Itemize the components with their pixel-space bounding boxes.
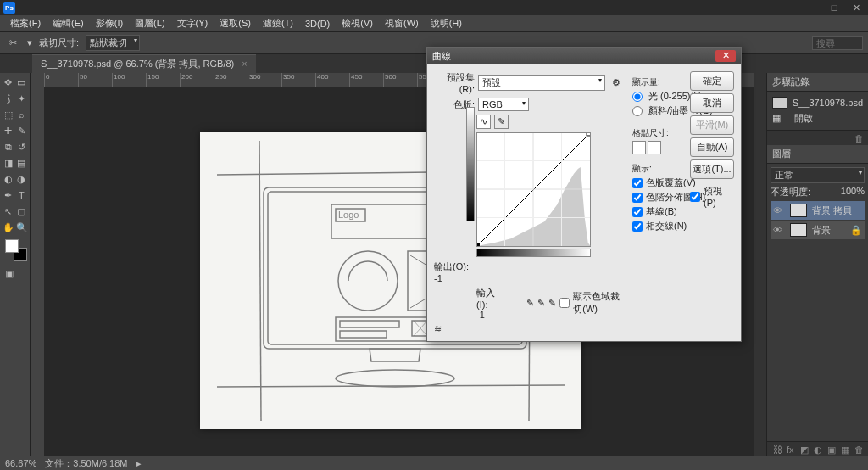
history-brush-tool[interactable]: ↺ xyxy=(16,140,28,154)
grid-small-icon[interactable] xyxy=(632,141,646,154)
dodge-tool[interactable]: ◑ xyxy=(16,172,28,186)
light-radio[interactable] xyxy=(632,92,643,102)
color-swatch[interactable] xyxy=(5,239,27,261)
zoom-tool[interactable]: 🔍 xyxy=(16,221,28,234)
preview-checkbox[interactable] xyxy=(690,192,700,202)
channel-overlay-checkbox[interactable] xyxy=(632,178,643,188)
layer-item[interactable]: 👁 背景 拷貝 xyxy=(771,201,865,220)
menu-filter[interactable]: 濾鏡(T) xyxy=(258,15,298,31)
heal-tool[interactable]: ✚ xyxy=(3,124,14,137)
gradient-tool[interactable]: ▤ xyxy=(16,156,28,170)
search-input[interactable] xyxy=(812,36,863,50)
opacity-value[interactable]: 100% xyxy=(841,186,865,199)
white-point-eyedropper-icon[interactable]: ✎ xyxy=(548,298,556,309)
menu-view[interactable]: 檢視(V) xyxy=(337,15,378,31)
eyedropper-tool[interactable]: ⌕ xyxy=(16,108,28,121)
preset-menu-icon[interactable]: ⚙ xyxy=(609,77,624,88)
move-tool[interactable]: ✥ xyxy=(3,76,14,89)
wand-tool[interactable]: ✦ xyxy=(16,92,28,105)
curve-point-tool-icon[interactable]: ∿ xyxy=(476,115,491,129)
history-panel-header[interactable]: 步驟記錄 xyxy=(767,73,868,92)
grid-large-icon[interactable] xyxy=(648,141,661,154)
gray-point-eyedropper-icon[interactable]: ✎ xyxy=(537,298,545,309)
titlebar: Ps ─ □ ✕ xyxy=(0,0,868,15)
pencil-tool-icon[interactable]: ✎ xyxy=(494,115,509,129)
auto-button[interactable]: 自動(A) xyxy=(690,137,734,157)
menu-layer[interactable]: 圖層(L) xyxy=(130,15,170,31)
adjustment-icon[interactable]: ◐ xyxy=(814,445,824,455)
type-tool[interactable]: T xyxy=(16,188,28,202)
curves-graph[interactable] xyxy=(476,132,591,247)
visibility-icon[interactable]: 👁 xyxy=(773,205,785,215)
crop-tool[interactable]: ⬚ xyxy=(3,108,14,121)
layers-panel-header[interactable]: 圖層 xyxy=(767,145,868,164)
layer-name: 背景 xyxy=(812,224,831,237)
pen-tool[interactable]: ✒ xyxy=(3,188,14,202)
dialog-close-button[interactable]: ✕ xyxy=(715,50,736,62)
crop-tool-icon: ✂ xyxy=(5,36,20,51)
menu-edit[interactable]: 編輯(E) xyxy=(47,15,89,31)
show-clipping-checkbox[interactable] xyxy=(559,298,570,308)
ok-button[interactable]: 確定 xyxy=(690,71,734,91)
crop-size-label: 裁切尺寸: xyxy=(39,36,79,49)
curve-options-icon[interactable]: ≋ xyxy=(434,323,442,334)
right-dock-strip[interactable] xyxy=(754,73,766,456)
stamp-tool[interactable]: ⧉ xyxy=(3,140,14,154)
link-icon[interactable]: ⛓ xyxy=(773,445,783,455)
ruler-origin[interactable] xyxy=(31,73,44,87)
histogram-checkbox[interactable] xyxy=(632,193,643,203)
preset-dropdown[interactable]: 預設 xyxy=(478,75,605,91)
menu-window[interactable]: 視窗(W) xyxy=(380,15,424,31)
ruler-vertical[interactable] xyxy=(31,87,44,456)
maximize-button[interactable]: □ xyxy=(826,3,843,13)
mask-icon[interactable]: ◩ xyxy=(800,445,810,455)
history-source[interactable]: S__3710978.psd xyxy=(771,95,865,110)
blur-tool[interactable]: ◐ xyxy=(3,172,14,186)
eraser-tool[interactable]: ◨ xyxy=(3,156,14,170)
channel-dropdown[interactable]: RGB xyxy=(478,98,529,111)
svg-rect-38 xyxy=(477,243,480,246)
quickmask-toggle[interactable]: ▣ xyxy=(3,266,16,280)
menu-help[interactable]: 說明(H) xyxy=(426,15,467,31)
lasso-tool[interactable]: ⟆ xyxy=(3,92,14,105)
dialog-titlebar[interactable]: 曲線 ✕ xyxy=(427,48,741,64)
marquee-tool[interactable]: ▭ xyxy=(16,76,28,89)
app-logo: Ps xyxy=(3,2,15,14)
crop-preset-dropdown[interactable]: 點狀裁切 xyxy=(86,35,140,51)
brush-tool[interactable]: ✎ xyxy=(16,124,28,137)
doc-size[interactable]: 文件：3.50M/6.18M xyxy=(45,457,127,470)
document-tab[interactable]: S__3710978.psd @ 66.7% (背景 拷貝, RGB/8) × xyxy=(32,54,256,73)
fx-icon[interactable]: fx xyxy=(787,445,797,455)
trash-icon[interactable]: 🗑 xyxy=(854,445,865,455)
blend-mode-dropdown[interactable]: 正常 xyxy=(771,167,865,183)
pigment-radio[interactable] xyxy=(632,106,643,116)
tab-close-icon[interactable]: × xyxy=(242,59,247,69)
visibility-icon[interactable]: 👁 xyxy=(773,225,785,235)
menu-file[interactable]: 檔案(F) xyxy=(5,15,46,31)
menu-3d[interactable]: 3D(D) xyxy=(300,17,335,31)
preset-label: 預設集(R): xyxy=(434,71,475,94)
hand-tool[interactable]: ✋ xyxy=(3,221,14,234)
shape-tool[interactable]: ▢ xyxy=(16,204,28,218)
trash-icon[interactable]: 🗑 xyxy=(854,133,865,143)
minimize-button[interactable]: ─ xyxy=(804,3,821,13)
menu-select[interactable]: 選取(S) xyxy=(214,15,256,31)
zoom-level[interactable]: 66.67% xyxy=(5,458,36,468)
layer-name: 背景 拷貝 xyxy=(812,204,852,217)
toolbox: ✥▭ ⟆✦ ⬚⌕ ✚✎ ⧉↺ ◨▤ ◐◑ ✒T ↖▢ ✋🔍 ▣ xyxy=(0,73,31,456)
cancel-button[interactable]: 取消 xyxy=(690,93,734,113)
history-step[interactable]: ▦開啟 xyxy=(771,110,865,126)
menu-image[interactable]: 影像(I) xyxy=(91,15,128,31)
baseline-checkbox[interactable] xyxy=(632,207,643,217)
options-button[interactable]: 選項(T)... xyxy=(690,159,734,179)
menu-type[interactable]: 文字(Y) xyxy=(172,15,214,31)
input-label: 輸入(I): xyxy=(476,288,495,310)
smooth-button[interactable]: 平滑(M) xyxy=(690,115,734,135)
close-button[interactable]: ✕ xyxy=(848,3,865,13)
intersection-checkbox[interactable] xyxy=(632,221,643,232)
path-tool[interactable]: ↖ xyxy=(3,204,14,218)
black-point-eyedropper-icon[interactable]: ✎ xyxy=(526,298,534,309)
folder-icon[interactable]: ▣ xyxy=(827,445,837,455)
layer-item[interactable]: 👁 背景 🔒 xyxy=(771,221,865,239)
new-layer-icon[interactable]: ▦ xyxy=(841,445,851,455)
